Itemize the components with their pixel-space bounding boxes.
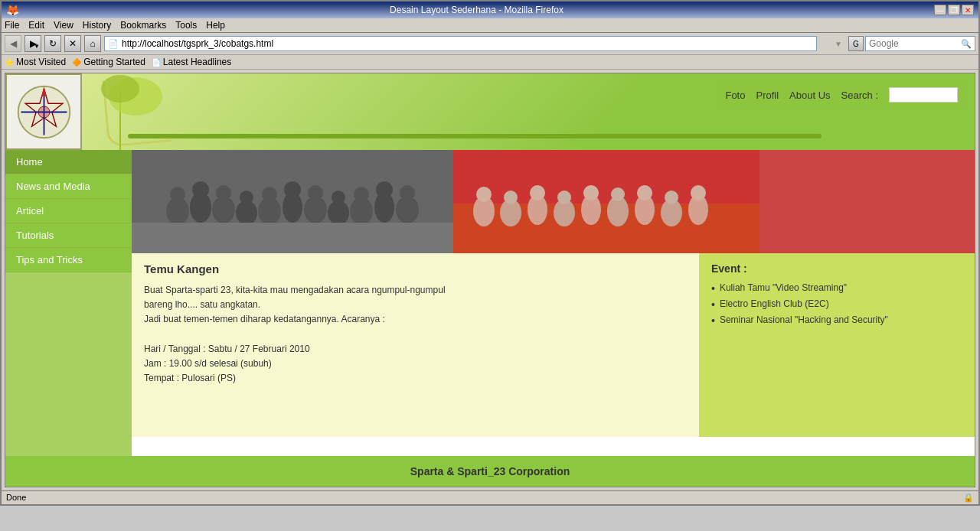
svg-point-42 bbox=[557, 191, 571, 204]
sidebar-link-tips[interactable]: Tips and Tricks bbox=[5, 248, 132, 272]
svg-point-38 bbox=[504, 191, 518, 204]
reload-button[interactable]: ↻ bbox=[44, 35, 61, 52]
content-body: Temu Kangen Buat Sparta-sparti 23, kita-… bbox=[132, 253, 975, 437]
sidebar-link-news[interactable]: News and Media bbox=[5, 174, 132, 199]
article-line-1: Buat Sparta-sparti 23, kita-kita mau men… bbox=[144, 283, 687, 298]
article-line-6: Jam : 19.00 s/d selesai (subuh) bbox=[144, 357, 687, 371]
svg-point-40 bbox=[530, 185, 545, 200]
svg-point-31 bbox=[400, 185, 415, 200]
headlines-icon: 📄 bbox=[152, 58, 161, 67]
site-footer: Sparta & Sparti_23 Corporation bbox=[5, 456, 975, 487]
menu-tools[interactable]: Tools bbox=[175, 20, 197, 31]
svg-point-11 bbox=[170, 187, 185, 202]
forward-button[interactable]: ▶▼ bbox=[24, 35, 41, 52]
search-label: Search : bbox=[841, 90, 878, 101]
website-container: Foto Profil About Us Search : Home bbox=[5, 73, 975, 487]
svg-point-17 bbox=[240, 191, 253, 204]
sidebar-item-news[interactable]: News and Media bbox=[5, 174, 132, 199]
sidebar-link-articel[interactable]: Articel bbox=[5, 199, 132, 223]
event-list: • Kuliah Tamu "Video Streaming" • Electr… bbox=[711, 282, 962, 326]
header-nav-area: Foto Profil About Us Search : bbox=[716, 83, 967, 107]
maximize-button[interactable]: ❐ bbox=[948, 5, 960, 15]
svg-point-21 bbox=[284, 181, 301, 198]
sidebar-item-tutorials[interactable]: Tutorials bbox=[5, 223, 132, 248]
menu-bar: File Edit View History Bookmarks Tools H… bbox=[2, 18, 978, 33]
article-line-3: Jadi buat temen-temen diharap kedatangan… bbox=[144, 312, 687, 327]
status-bar: Done 🔒 bbox=[2, 490, 978, 504]
sidebar-item-articel[interactable]: Articel bbox=[5, 199, 132, 223]
bookmark-most-visited[interactable]: ⭐ Most Visited bbox=[5, 57, 66, 67]
list-item: • Seminar Nasional "Hacking and Security… bbox=[711, 314, 962, 326]
url-input[interactable] bbox=[122, 38, 813, 49]
svg-point-36 bbox=[476, 187, 492, 202]
uniform-photo bbox=[453, 150, 975, 253]
most-visited-icon: ⭐ bbox=[5, 58, 14, 67]
firefox-icon: 🦊 bbox=[6, 4, 19, 16]
menu-help[interactable]: Help bbox=[206, 20, 225, 31]
home-button[interactable]: ⌂ bbox=[84, 35, 101, 52]
event-item-1: Kuliah Tamu "Video Streaming" bbox=[720, 282, 847, 293]
sidebar-link-tutorials[interactable]: Tutorials bbox=[5, 223, 132, 248]
sidebar-item-home[interactable]: Home bbox=[5, 150, 132, 174]
site-logo bbox=[5, 73, 82, 150]
window-title: Desain Layout Sederhana - Mozilla Firefo… bbox=[19, 5, 934, 15]
minimize-button[interactable]: — bbox=[934, 5, 946, 15]
bookmark-dropdown[interactable]: ▼ bbox=[835, 40, 842, 48]
main-content: Temu Kangen Buat Sparta-sparti 23, kita-… bbox=[132, 150, 975, 456]
event-title: Event : bbox=[711, 262, 962, 275]
sidebar-link-home[interactable]: Home bbox=[5, 150, 132, 174]
svg-point-29 bbox=[376, 181, 393, 198]
browser-window: 🦊 Desain Layout Sederhana - Mozilla Fire… bbox=[0, 0, 980, 506]
menu-view[interactable]: View bbox=[54, 20, 74, 31]
close-button[interactable]: ✕ bbox=[962, 5, 974, 15]
svg-rect-34 bbox=[453, 204, 760, 253]
article-line-2: bareng lho.... satu angkatan. bbox=[144, 298, 687, 312]
footer-text: Sparta & Sparti_23 Corporation bbox=[410, 465, 570, 477]
group-photo bbox=[132, 150, 453, 253]
search-input[interactable] bbox=[866, 38, 958, 49]
article-area: Temu Kangen Buat Sparta-sparti 23, kita-… bbox=[132, 253, 699, 437]
header-search-input[interactable] bbox=[889, 87, 958, 103]
nav-profil[interactable]: Profil bbox=[756, 90, 779, 101]
svg-point-13 bbox=[192, 181, 209, 198]
nav-about-us[interactable]: About Us bbox=[789, 90, 830, 101]
sidebar-nav: Home News and Media Articel Tutorials Ti bbox=[5, 150, 132, 272]
svg-point-27 bbox=[354, 187, 369, 202]
svg-point-23 bbox=[308, 185, 323, 200]
star-icon[interactable]: ☆ bbox=[823, 37, 833, 50]
search-bar: 🔍 bbox=[865, 36, 975, 51]
article-line-5: Hari / Tanggal : Sabtu / 27 Februari 201… bbox=[144, 342, 687, 357]
search-engine-icon[interactable]: G bbox=[848, 36, 864, 51]
site-header: Foto Profil About Us Search : bbox=[5, 73, 975, 150]
article-body: Buat Sparta-sparti 23, kita-kita mau men… bbox=[144, 283, 687, 386]
header-tree-decoration bbox=[97, 73, 189, 150]
event-item-2: Electro English Club (E2C) bbox=[720, 298, 829, 309]
menu-edit[interactable]: Edit bbox=[28, 20, 44, 31]
back-button[interactable]: ◀ bbox=[5, 35, 21, 52]
article-title: Temu Kangen bbox=[144, 262, 687, 275]
address-bar: 📄 bbox=[104, 36, 817, 51]
svg-point-52 bbox=[691, 185, 706, 200]
group-photo-svg bbox=[132, 150, 453, 253]
stop-button[interactable]: ✕ bbox=[64, 35, 81, 52]
window-controls: — ❐ ✕ bbox=[934, 5, 974, 15]
event-item-3: Seminar Nasional "Hacking and Security" bbox=[720, 314, 888, 325]
menu-history[interactable]: History bbox=[83, 20, 111, 31]
svg-point-50 bbox=[665, 191, 678, 204]
search-go-button[interactable]: 🔍 bbox=[958, 39, 975, 49]
svg-point-44 bbox=[583, 185, 599, 200]
bookmark-latest-headlines[interactable]: 📄 Latest Headlines bbox=[152, 57, 231, 67]
menu-file[interactable]: File bbox=[5, 20, 19, 31]
status-text: Done bbox=[6, 493, 26, 503]
sidebar-item-tips[interactable]: Tips and Tricks bbox=[5, 248, 132, 272]
logo-image bbox=[15, 83, 73, 141]
bullet-icon: • bbox=[711, 315, 715, 326]
menu-bookmarks[interactable]: Bookmarks bbox=[120, 20, 166, 31]
bookmark-star: ☆ ▼ bbox=[823, 37, 842, 50]
nav-foto[interactable]: Foto bbox=[725, 90, 745, 101]
svg-point-48 bbox=[637, 185, 652, 200]
bookmark-getting-started[interactable]: 🔶 Getting Started bbox=[72, 57, 145, 67]
bullet-icon: • bbox=[711, 283, 715, 294]
svg-point-19 bbox=[262, 187, 277, 202]
bullet-icon: • bbox=[711, 299, 715, 310]
